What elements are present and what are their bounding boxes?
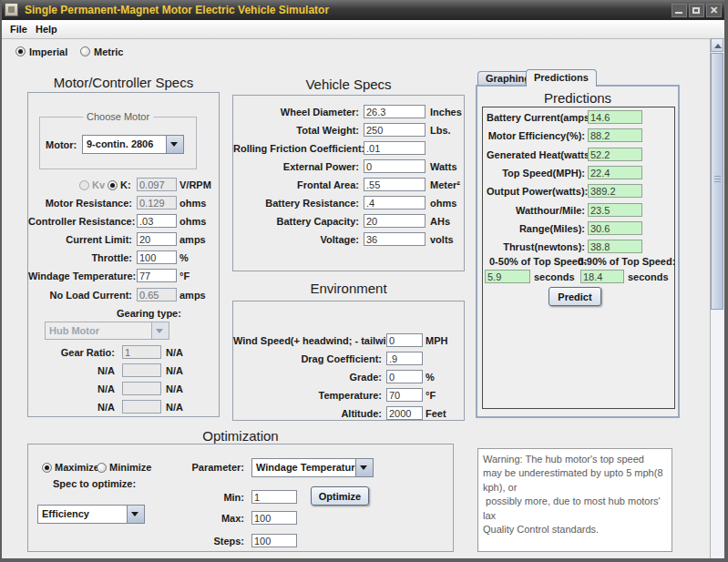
controller-resistance-field[interactable] xyxy=(137,214,177,228)
motor-efficiency-field xyxy=(588,128,642,142)
k-field xyxy=(137,178,177,191)
menu-help[interactable]: Help xyxy=(32,23,61,36)
temperature-field[interactable] xyxy=(386,388,423,402)
external-power-field[interactable] xyxy=(364,159,426,173)
controller-resistance-label: Controller Resistance: xyxy=(28,216,132,227)
kv-label: Kv xyxy=(92,179,105,190)
predict-button[interactable]: Predict xyxy=(549,287,601,306)
maximize-radio[interactable] xyxy=(42,463,52,473)
predictions-tab-pane: Predictions Battery Current(amps): Motor… xyxy=(476,85,680,418)
controller-resistance-unit: ohms xyxy=(179,216,206,227)
choose-motor-group: Choose Motor Motor: 9-contin. 2806 xyxy=(39,117,197,169)
warning-textarea[interactable]: Warning: The hub motor's top speed may b… xyxy=(477,448,672,552)
throttle-unit: % xyxy=(179,252,189,263)
imperial-radio[interactable] xyxy=(15,46,26,56)
parameter-combo[interactable]: Windage Temperature xyxy=(251,458,374,477)
maximize-label[interactable]: Maximize xyxy=(55,462,99,473)
drag-coefficient-field[interactable] xyxy=(386,352,423,365)
no-load-current-field xyxy=(137,288,177,301)
gearing-type-label: Gearing type: xyxy=(117,308,181,319)
max-label: Max: xyxy=(165,513,244,524)
rolling-friction-field[interactable] xyxy=(364,141,426,155)
scrollbar-thumb[interactable] xyxy=(711,53,723,310)
steps-field[interactable] xyxy=(251,534,297,547)
min-label: Min: xyxy=(165,492,244,503)
frontal-area-field[interactable] xyxy=(364,178,426,191)
chevron-down-icon[interactable] xyxy=(355,459,373,476)
choose-motor-group-title: Choose Motor xyxy=(83,111,153,122)
chevron-down-icon[interactable] xyxy=(166,136,183,153)
motor-section-heading: Motor/Controller Specs xyxy=(27,75,220,90)
spec-to-optimize-combo[interactable]: Efficiency xyxy=(37,505,145,524)
scroll-up-icon[interactable] xyxy=(711,38,723,52)
accel-50-unit: seconds xyxy=(534,271,575,282)
grade-field[interactable] xyxy=(386,370,423,383)
min-field[interactable] xyxy=(251,490,297,504)
maximize-button[interactable] xyxy=(689,4,704,17)
frontal-area-label: Frontal Area: xyxy=(233,179,359,190)
windage-temperature-field[interactable] xyxy=(137,269,177,282)
gear-ratio-unit: N/A xyxy=(166,347,183,358)
metric-radio[interactable] xyxy=(80,46,90,56)
total-weight-field[interactable] xyxy=(364,123,426,137)
voltage-label: Voltage: xyxy=(233,234,359,245)
gearing-na-label-3: N/A xyxy=(28,402,115,413)
spec-to-optimize-value: Efficiency xyxy=(38,506,127,523)
accel-90-unit: seconds xyxy=(628,271,669,282)
temperature-unit: °F xyxy=(426,390,436,401)
wheel-diameter-field[interactable] xyxy=(364,105,426,118)
no-load-current-unit: amps xyxy=(179,290,206,301)
motor-resistance-field xyxy=(137,196,177,209)
chevron-down-icon[interactable] xyxy=(127,506,144,523)
minimize-button[interactable] xyxy=(672,4,687,17)
current-limit-label: Current Limit: xyxy=(28,234,132,245)
top-speed-field xyxy=(588,166,642,179)
optimize-button[interactable]: Optimize xyxy=(311,486,369,506)
minimize-radio[interactable] xyxy=(97,463,107,473)
battery-resistance-unit: ohms xyxy=(430,198,456,209)
throttle-field[interactable] xyxy=(137,250,177,264)
wind-speed-label: Wind Speed(+ headwind; - tailwind): xyxy=(233,335,382,346)
menu-file[interactable]: File xyxy=(6,23,31,36)
optimization-panel: Maximize Minimize Spec to optimize: Effi… xyxy=(27,444,454,552)
gearing-type-combo-value: Hub Motor xyxy=(46,322,151,339)
top-speed-label: Top Speed(MPH): xyxy=(487,168,585,179)
parameter-label: Parameter: xyxy=(165,462,244,473)
altitude-field[interactable] xyxy=(386,406,423,420)
gearing-na-label-2: N/A xyxy=(28,383,115,394)
temperature-label: Temperature: xyxy=(233,390,382,401)
vehicle-section-heading: Vehicle Specs xyxy=(232,77,465,92)
motor-resistance-unit: ohms xyxy=(179,198,206,209)
vertical-scrollbar[interactable] xyxy=(710,38,723,562)
motor-combo[interactable]: 9-contin. 2806 xyxy=(82,135,184,154)
k-label[interactable]: K: xyxy=(120,179,131,190)
motor-combo-value: 9-contin. 2806 xyxy=(83,136,166,153)
rolling-friction-label: Rolling Friction Coefficient: xyxy=(233,143,359,154)
wind-speed-field[interactable] xyxy=(386,333,423,347)
gearing-na-unit-1: N/A xyxy=(166,365,183,376)
spec-to-optimize-label: Spec to optimize: xyxy=(53,478,136,489)
battery-current-label: Battery Current(amps): xyxy=(487,112,585,123)
battery-resistance-field[interactable] xyxy=(364,196,426,209)
range-field xyxy=(588,221,642,235)
minimize-label[interactable]: Minimize xyxy=(109,462,151,473)
imperial-label[interactable]: Imperial xyxy=(29,46,67,57)
gearing-na-unit-3: N/A xyxy=(166,402,183,413)
accel-90-field xyxy=(580,270,624,283)
k-radio[interactable] xyxy=(108,180,118,190)
voltage-field[interactable] xyxy=(364,232,426,246)
gearing-type-combo: Hub Motor xyxy=(45,322,169,340)
gearing-na-field-1 xyxy=(122,363,161,377)
vehicle-specs-panel: Wheel Diameter: Inches Total Weight: Lbs… xyxy=(232,95,465,271)
max-field[interactable] xyxy=(251,511,297,525)
tab-predictions[interactable]: Predictions xyxy=(526,69,597,87)
kv-radio xyxy=(79,180,89,190)
current-limit-field[interactable] xyxy=(137,232,177,246)
predictions-heading: Predictions xyxy=(477,90,678,106)
throttle-label: Throttle: xyxy=(28,252,132,263)
close-button[interactable]: ✕ xyxy=(706,4,722,17)
optimization-heading: Optimization xyxy=(27,428,454,444)
generated-heat-field xyxy=(588,148,642,161)
battery-capacity-field[interactable] xyxy=(364,214,426,228)
metric-label[interactable]: Metric xyxy=(94,46,123,57)
